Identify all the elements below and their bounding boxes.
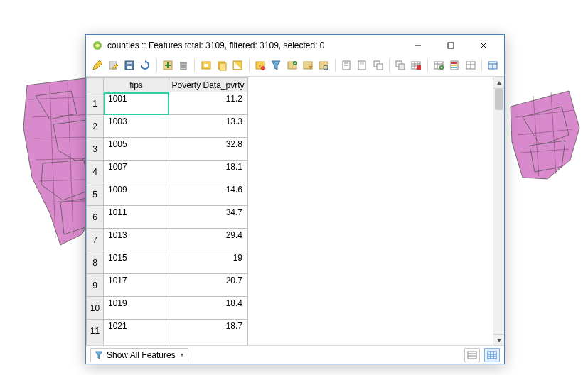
svg-rect-73: [451, 67, 457, 68]
cell-fips[interactable]: 1003: [104, 115, 169, 138]
expression-select-button[interactable]: ε: [253, 58, 267, 73]
move-top-button[interactable]: [339, 58, 353, 73]
deselect-button[interactable]: [301, 58, 315, 73]
add-feature-button[interactable]: [161, 58, 175, 73]
conditional-format-icon: [449, 60, 460, 71]
edit-multi-button[interactable]: [106, 58, 120, 73]
table-row[interactable]: 1100111.2: [87, 92, 247, 115]
corner-header[interactable]: [87, 78, 104, 92]
svg-rect-53: [360, 62, 364, 65]
filter-mode-dropdown[interactable]: Show All Features ▾: [90, 348, 188, 362]
cell-fips[interactable]: 1011: [104, 206, 169, 229]
table-row[interactable]: 3100532.8: [87, 138, 247, 161]
del-col-button[interactable]: [409, 58, 423, 73]
cell-poverty[interactable]: 29.4: [169, 229, 247, 251]
cell-poverty[interactable]: 32.8: [169, 138, 247, 161]
calc-field-button[interactable]: [432, 58, 446, 73]
vertical-scrollbar[interactable]: [493, 77, 504, 345]
row-header[interactable]: [87, 342, 104, 346]
cell-poverty[interactable]: 18.7: [169, 320, 247, 342]
table-row[interactable]: 8101519: [87, 251, 247, 274]
row-header[interactable]: 11: [87, 320, 104, 342]
table-row[interactable]: 102322.8: [87, 342, 247, 346]
cell-poverty[interactable]: 13.3: [169, 115, 247, 138]
cut-sel-button[interactable]: [198, 58, 213, 73]
save-icon: [124, 60, 135, 71]
row-header[interactable]: 10: [87, 297, 104, 320]
row-header[interactable]: 9: [87, 274, 104, 297]
minimize-button[interactable]: [402, 35, 434, 56]
dock-button[interactable]: [486, 58, 500, 73]
actions-button[interactable]: [463, 58, 477, 73]
svg-rect-55: [377, 64, 383, 70]
maximize-button[interactable]: [434, 35, 467, 56]
svg-line-6: [50, 85, 55, 238]
zoom-to-button[interactable]: [370, 58, 385, 73]
delete-feature-button[interactable]: [176, 58, 191, 73]
cell-poverty[interactable]: 20.7: [169, 274, 247, 297]
cell-fips[interactable]: 1015: [104, 251, 169, 274]
scroll-thumb[interactable]: [495, 89, 503, 110]
invert-select-button[interactable]: [284, 58, 299, 73]
filter-mode-label: Show All Features: [107, 350, 176, 360]
cell-fips[interactable]: 1001: [104, 92, 169, 115]
table-row[interactable]: 5100914.6: [87, 183, 247, 206]
row-header[interactable]: 3: [87, 138, 104, 161]
cell-fips[interactable]: 1007: [104, 161, 169, 183]
cell-fips[interactable]: 1017: [104, 274, 169, 297]
row-header[interactable]: 2: [87, 115, 104, 138]
pan-to-button[interactable]: [355, 58, 369, 73]
copy-sel-button[interactable]: [215, 58, 229, 73]
form-view-button[interactable]: [464, 348, 480, 362]
row-header[interactable]: 5: [87, 183, 104, 206]
cell-fips[interactable]: 1009: [104, 183, 169, 206]
row-header[interactable]: 8: [87, 251, 104, 274]
conditional-format-button[interactable]: [447, 58, 461, 73]
filter-button[interactable]: [316, 58, 331, 73]
column-header-fips[interactable]: fips: [104, 78, 169, 92]
cell-poverty[interactable]: 18.1: [169, 161, 247, 183]
select-all-button[interactable]: [269, 58, 283, 73]
row-header[interactable]: 7: [87, 229, 104, 251]
scroll-up-button[interactable]: [493, 77, 504, 89]
table-row[interactable]: 11102118.7: [87, 320, 247, 342]
paste-button[interactable]: [230, 58, 245, 73]
toolbar-separator: [427, 59, 428, 72]
scroll-down-button[interactable]: [493, 334, 504, 345]
table-row[interactable]: 10101918.4: [87, 297, 247, 320]
table-row[interactable]: 9101720.7: [87, 274, 247, 297]
cell-poverty[interactable]: 18.4: [169, 297, 247, 320]
scroll-track[interactable]: [493, 89, 504, 334]
table-row[interactable]: 7101329.4: [87, 229, 247, 251]
svg-marker-41: [272, 61, 280, 70]
cell-poverty[interactable]: 22.8: [169, 342, 247, 346]
calc-field-icon: [433, 60, 444, 71]
cell-fips[interactable]: 1019: [104, 297, 169, 320]
save-button[interactable]: [122, 58, 137, 73]
cell-poverty[interactable]: 34.7: [169, 206, 247, 229]
row-header[interactable]: 1: [87, 92, 104, 115]
cell-fips[interactable]: 1023: [104, 342, 169, 346]
close-button[interactable]: [467, 35, 500, 56]
cell-poverty[interactable]: 14.6: [169, 183, 247, 206]
row-header[interactable]: 4: [87, 161, 104, 183]
table-view-button[interactable]: [484, 348, 500, 362]
add-feature-icon: [162, 60, 173, 71]
toolbar-separator: [481, 59, 482, 72]
table-row[interactable]: 2100313.3: [87, 115, 247, 138]
cell-fips[interactable]: 1005: [104, 138, 169, 161]
cell-fips[interactable]: 1021: [104, 320, 169, 342]
table-row[interactable]: 6101134.7: [87, 206, 247, 229]
cell-poverty[interactable]: 19: [169, 251, 247, 274]
edit-pencil-button[interactable]: [90, 58, 105, 73]
form-view-icon: [467, 351, 477, 359]
new-col-button[interactable]: [393, 58, 407, 73]
row-header[interactable]: 6: [87, 206, 104, 229]
table-row[interactable]: 4100718.1: [87, 161, 247, 183]
refresh-button[interactable]: [138, 58, 152, 73]
move-top-icon: [341, 60, 352, 71]
titlebar[interactable]: counties :: Features total: 3109, filter…: [86, 35, 504, 56]
column-header-poverty[interactable]: Poverty Data_pvrty: [169, 78, 247, 92]
cell-poverty[interactable]: 11.2: [169, 92, 247, 115]
cell-fips[interactable]: 1013: [104, 229, 169, 251]
